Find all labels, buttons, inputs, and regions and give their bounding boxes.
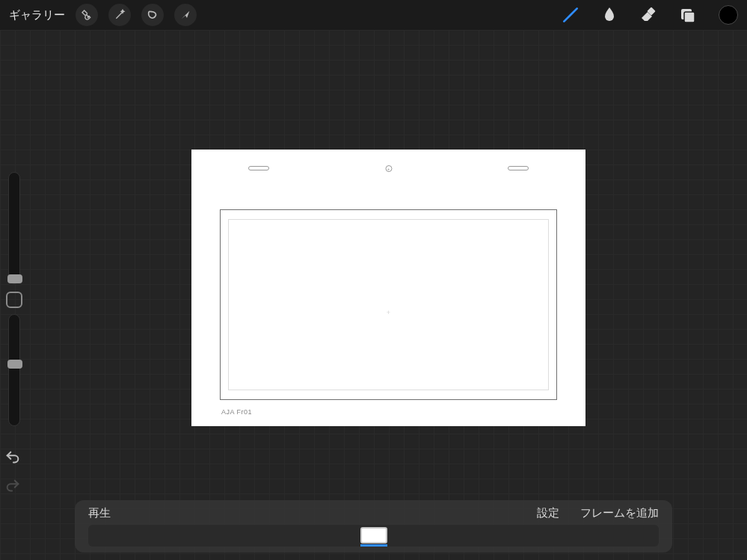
gallery-button[interactable]: ギャラリー — [9, 8, 65, 22]
selection-icon — [147, 9, 159, 21]
punch-hole-left — [248, 166, 269, 170]
punch-hole-right — [508, 166, 529, 170]
safe-frame-inner — [228, 219, 549, 390]
selection-button[interactable] — [141, 4, 164, 26]
transform-button[interactable] — [174, 4, 197, 26]
anim-settings-button[interactable]: 設定 — [537, 506, 559, 520]
eraser-tool[interactable] — [638, 4, 659, 25]
brush-size-slider[interactable] — [8, 172, 20, 284]
smudge-icon — [600, 6, 618, 24]
safe-frame-outer: + — [220, 209, 557, 400]
brush-icon — [561, 5, 580, 25]
wrench-icon — [81, 9, 93, 21]
layers-icon — [678, 6, 696, 24]
color-swatch[interactable] — [719, 5, 738, 25]
center-cross: + — [387, 309, 390, 316]
play-button[interactable]: 再生 — [88, 506, 111, 520]
animation-panel: 再生 設定 フレームを追加 — [75, 500, 672, 553]
wand-icon — [114, 9, 126, 21]
top-toolbar: ギャラリー — [0, 0, 747, 30]
eraser-icon — [639, 6, 657, 24]
frame-thumbnail[interactable] — [360, 527, 387, 544]
add-frame-button[interactable]: フレームを追加 — [580, 506, 659, 520]
brush-opacity-slider[interactable] — [8, 314, 20, 426]
canvas-caption: AJA Fr01 — [221, 408, 252, 416]
frame-track[interactable] — [88, 525, 659, 547]
brush-sliders — [3, 172, 25, 434]
undo-button[interactable] — [4, 449, 22, 467]
svg-rect-2 — [684, 12, 695, 22]
undo-icon — [4, 449, 21, 466]
actions-button[interactable] — [76, 4, 98, 26]
modifier-button[interactable] — [6, 292, 22, 308]
redo-button[interactable] — [4, 477, 22, 495]
brush-tool[interactable] — [560, 4, 581, 25]
punch-hole-center: + — [385, 165, 392, 172]
arrow-icon — [179, 9, 191, 21]
redo-icon — [4, 478, 21, 494]
adjust-button[interactable] — [108, 4, 131, 26]
undo-redo-stack — [0, 449, 25, 495]
drawing-canvas[interactable]: + + AJA Fr01 — [191, 150, 585, 426]
slider-thumb[interactable] — [7, 274, 22, 283]
layers-button[interactable] — [677, 4, 698, 25]
smudge-tool[interactable] — [599, 4, 620, 25]
canvas-workspace[interactable]: + + AJA Fr01 — [0, 30, 747, 560]
slider-thumb[interactable] — [7, 360, 22, 369]
